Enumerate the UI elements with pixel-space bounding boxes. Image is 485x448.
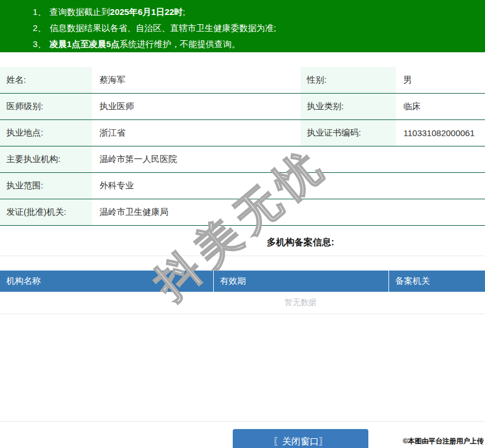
- field-value-practice-scope: 外科专业: [92, 173, 485, 199]
- field-value-certificate-number: 110331082000061: [396, 120, 485, 146]
- field-value-issuing-authority: 温岭市卫生健康局: [92, 199, 485, 225]
- footer-divider-line: [0, 421, 485, 422]
- page-content: 1、查询数据截止到2025年6月1日22时; 2、信息数据结果以各省、自治区、直…: [0, 0, 485, 448]
- org-table-header-record-authority: 备案机关: [388, 271, 485, 292]
- field-value-practice-location: 浙江省: [92, 120, 301, 146]
- field-value-gender: 男: [396, 67, 485, 93]
- notice-number: 1、: [33, 7, 46, 17]
- field-label-practice-category: 执业类别:: [301, 94, 396, 119]
- table-row: 执业范围: 外科专业: [0, 173, 485, 199]
- field-label-issuing-authority: 发证(批准)机关:: [0, 199, 92, 225]
- field-value-main-institution: 温岭市第一人民医院: [92, 146, 485, 172]
- table-row: 医师级别: 执业医师 执业类别: 临床: [0, 94, 485, 120]
- notice-number: 2、: [33, 23, 46, 33]
- org-table-empty-state: 暂无数据: [0, 292, 485, 314]
- multi-org-section-heading: 多机构备案信息:: [0, 237, 485, 247]
- platform-upload-stamp: ©本图由平台注册用户上传: [403, 437, 484, 446]
- notice-line-3: 3、凌晨1点至凌晨5点系统进行维护，不能提供查询。: [33, 36, 485, 52]
- notice-text: 查询数据截止到: [49, 7, 110, 17]
- table-row: 执业地点: 浙江省 执业证书编码: 110331082000061: [0, 120, 485, 146]
- notice-banner: 1、查询数据截止到2025年6月1日22时; 2、信息数据结果以各省、自治区、直…: [0, 0, 485, 52]
- field-value-doctor-level: 执业医师: [92, 94, 301, 119]
- org-table-header-row: 机构名称 有效期 备案机关: [0, 271, 485, 292]
- field-label-certificate-number: 执业证书编码:: [301, 120, 396, 146]
- table-row: 主要执业机构: 温岭市第一人民医院: [0, 146, 485, 173]
- field-label-gender: 性别:: [301, 67, 396, 93]
- table-row: 姓名: 蔡海军 性别: 男: [0, 67, 485, 94]
- field-label-practice-scope: 执业范围:: [0, 173, 92, 199]
- field-value-name: 蔡海军: [92, 67, 301, 93]
- field-value-practice-category: 临床: [396, 94, 485, 119]
- notice-number: 3、: [33, 39, 46, 49]
- query-result-window: 1、查询数据截止到2025年6月1日22时; 2、信息数据结果以各省、自治区、直…: [0, 0, 485, 448]
- notice-line-1: 1、查询数据截止到2025年6月1日22时;: [33, 4, 485, 20]
- notice-text-bold: 2025年6月1日22时: [110, 7, 183, 17]
- notice-text: 系统进行维护，不能提供查询。: [120, 39, 240, 49]
- field-label-practice-location: 执业地点:: [0, 120, 92, 146]
- org-table-header-institution: 机构名称: [0, 271, 213, 292]
- notice-text: 信息数据结果以各省、自治区、直辖市卫生健康委数据为准;: [49, 23, 276, 33]
- notice-text-bold: 凌晨1点至凌晨5点: [49, 39, 120, 49]
- notice-line-2: 2、信息数据结果以各省、自治区、直辖市卫生健康委数据为准;: [33, 20, 485, 36]
- field-label-name: 姓名:: [0, 67, 92, 93]
- org-table-header-validity: 有效期: [213, 271, 388, 292]
- divider-line: [0, 256, 485, 256]
- table-row: 发证(批准)机关: 温岭市卫生健康局: [0, 199, 485, 226]
- field-label-main-institution: 主要执业机构:: [0, 146, 92, 172]
- close-window-button[interactable]: 〖关闭窗口〗: [233, 429, 368, 448]
- doctor-info-table: 姓名: 蔡海军 性别: 男 医师级别: 执业医师 执业类别: 临床 执业地点: …: [0, 67, 485, 226]
- field-label-doctor-level: 医师级别:: [0, 94, 92, 119]
- whitespace-spacer: [0, 314, 485, 421]
- notice-text: ;: [183, 7, 185, 17]
